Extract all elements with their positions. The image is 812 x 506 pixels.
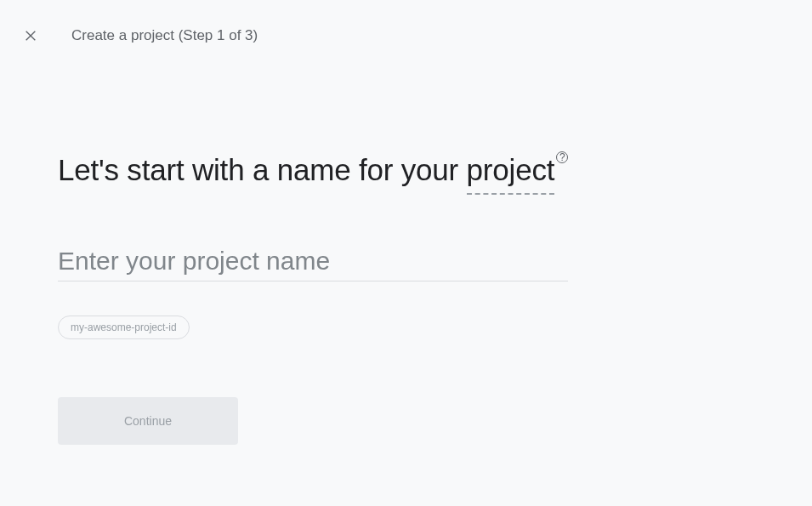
continue-button[interactable]: Continue [58, 397, 238, 445]
header: Create a project (Step 1 of 3) [0, 0, 812, 71]
input-container [58, 242, 568, 281]
header-title: Create a project (Step 1 of 3) [71, 27, 258, 44]
project-id-chip[interactable]: my-awesome-project-id [58, 316, 190, 339]
heading-underlined-word: project [467, 148, 555, 195]
button-container: Continue [58, 397, 595, 445]
close-button[interactable] [20, 26, 41, 46]
heading-text-prefix: Let's start with a name for your [58, 153, 467, 186]
content: Let's start with a name for your project… [0, 71, 595, 445]
main-heading: Let's start with a name for your project… [58, 148, 595, 195]
project-name-input[interactable] [58, 242, 568, 281]
help-icon[interactable]: ? [556, 151, 568, 163]
chip-container: my-awesome-project-id [58, 316, 595, 339]
close-icon [24, 29, 37, 43]
